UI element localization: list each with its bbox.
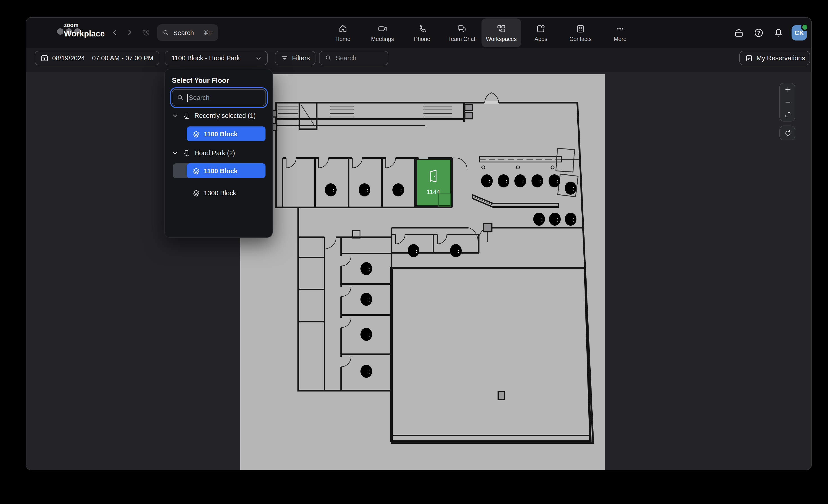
home-icon xyxy=(338,24,348,34)
tab-label: Apps xyxy=(535,36,547,42)
desk-available[interactable] xyxy=(361,262,372,275)
plus-icon xyxy=(784,85,792,94)
app-logo: zoom Workplace xyxy=(64,23,105,38)
desk-available[interactable] xyxy=(361,365,372,378)
titlebar: zoom Workplace Search ⌘F xyxy=(26,17,811,49)
filters-button[interactable]: Filters xyxy=(275,51,316,65)
desk-available[interactable] xyxy=(361,328,372,341)
global-search-button[interactable]: Search ⌘F xyxy=(157,24,218,41)
floor-item-1100-block-hood-park[interactable]: 1100 Block xyxy=(187,163,265,178)
map-search-placeholder: Search xyxy=(336,54,357,61)
desk-available[interactable] xyxy=(514,174,526,187)
marker-layer xyxy=(498,391,504,400)
search-icon xyxy=(162,29,170,36)
text-cursor xyxy=(187,94,188,101)
desk-available[interactable] xyxy=(533,213,545,226)
brand-zoom: zoom xyxy=(64,23,105,28)
group-hood-park[interactable]: Hood Park (2) xyxy=(172,146,235,160)
zoom-in-button[interactable] xyxy=(780,83,795,96)
filters-label: Filters xyxy=(292,54,310,61)
desk-available[interactable] xyxy=(548,174,560,187)
tab-home[interactable]: Home xyxy=(323,18,363,47)
chevron-left-icon xyxy=(111,28,119,36)
global-search-label: Search xyxy=(173,29,194,36)
bell-icon xyxy=(773,28,784,38)
floor-item-1300-block[interactable]: 1300 Block xyxy=(187,185,265,200)
floor-search-placeholder: Search xyxy=(189,94,209,101)
desk-available[interactable] xyxy=(408,244,419,257)
tab-apps[interactable]: Apps xyxy=(521,18,561,47)
reset-view-button[interactable] xyxy=(780,126,795,140)
desk-available[interactable] xyxy=(481,174,493,187)
floor-search-input[interactable]: Search xyxy=(172,89,266,106)
chevron-down-icon xyxy=(172,113,178,119)
tab-team-chat[interactable]: Team Chat xyxy=(442,18,482,47)
tab-label: Phone xyxy=(414,36,430,42)
rotate-icon xyxy=(784,129,792,137)
status-dot xyxy=(801,24,809,31)
desk-available[interactable] xyxy=(549,213,561,226)
tab-workspaces[interactable]: Workspaces xyxy=(482,18,521,47)
floor-item-label: 1100 Block xyxy=(204,167,238,174)
tab-label: Meetings xyxy=(371,36,394,42)
large-room xyxy=(391,268,590,441)
connect-device-button[interactable] xyxy=(732,26,746,40)
search-shortcut: ⌘F xyxy=(203,29,213,36)
zoom-out-button[interactable] xyxy=(780,96,795,109)
my-reservations-button[interactable]: My Reservations xyxy=(739,51,810,65)
my-reservations-label: My Reservations xyxy=(756,54,805,61)
ellipsis-icon xyxy=(615,24,625,34)
window-close-button[interactable] xyxy=(57,28,64,35)
contact-card-icon xyxy=(576,24,585,34)
tab-label: Home xyxy=(335,36,350,42)
desk-available[interactable] xyxy=(359,183,370,197)
help-button[interactable] xyxy=(752,26,765,40)
date-value: 08/19/2024 xyxy=(52,54,85,61)
zoom-workplace-app: zoom Workplace Search ⌘F xyxy=(0,0,828,504)
desk-available[interactable] xyxy=(498,174,509,187)
building-icon xyxy=(183,149,190,157)
tab-phone[interactable]: Phone xyxy=(402,18,442,47)
map-search-field[interactable]: Search xyxy=(319,51,388,65)
fullscreen-button[interactable] xyxy=(780,109,795,121)
desk-available[interactable] xyxy=(565,181,576,195)
desk-booked[interactable] xyxy=(392,183,404,197)
notifications-button[interactable] xyxy=(772,26,785,40)
tab-more[interactable]: More xyxy=(600,18,640,47)
select-floor-panel: Select Your Floor Search Recently select… xyxy=(164,69,273,238)
tab-contacts[interactable]: Contacts xyxy=(561,18,600,47)
date-time-picker[interactable]: 08/19/2024 07:00 AM - 07:00 PM xyxy=(35,51,159,65)
desk-available[interactable] xyxy=(325,183,337,197)
avatar[interactable]: CK xyxy=(792,25,807,41)
meetings-camera-icon xyxy=(378,24,387,34)
chevron-down-icon xyxy=(172,150,178,156)
forward-button[interactable] xyxy=(124,27,135,38)
double-door-arcs xyxy=(485,93,499,102)
desk-available[interactable] xyxy=(450,244,462,257)
workspaces-toolbar: 08/19/2024 07:00 AM - 07:00 PM 1100 Bloc… xyxy=(26,48,811,73)
tab-label: Workspaces xyxy=(486,36,516,42)
room-1144[interactable]: 1144 xyxy=(416,159,451,206)
workspaces-grid-icon xyxy=(496,24,506,34)
floor-selector-dropdown[interactable]: 1100 Block - Hood Park xyxy=(165,51,268,65)
rotate-control-group xyxy=(779,126,795,140)
desk-available[interactable] xyxy=(565,213,576,226)
time-range-value: 07:00 AM - 07:00 PM xyxy=(92,54,153,61)
group-label: Hood Park (2) xyxy=(195,150,235,157)
reservations-list-icon xyxy=(745,54,753,62)
panel-title: Select Your Floor xyxy=(172,77,229,85)
main-nav: Home Meetings Phone Team Chat Workspaces xyxy=(323,17,640,48)
building-icon xyxy=(183,112,190,120)
minus-icon xyxy=(784,98,792,106)
desk-available[interactable] xyxy=(532,174,543,187)
floor-plan[interactable]: 1144 xyxy=(240,74,605,470)
tab-meetings[interactable]: Meetings xyxy=(363,18,402,47)
floor-map[interactable]: 1144 xyxy=(240,74,605,470)
desk-available[interactable] xyxy=(361,293,372,306)
group-recently-selected[interactable]: Recently selected (1) xyxy=(172,109,256,122)
help-icon xyxy=(753,28,764,38)
history-button[interactable] xyxy=(140,27,152,38)
floor-item-1100-block-recent[interactable]: 1100 Block xyxy=(187,126,265,141)
group-label: Recently selected (1) xyxy=(195,112,256,119)
back-button[interactable] xyxy=(109,27,121,38)
